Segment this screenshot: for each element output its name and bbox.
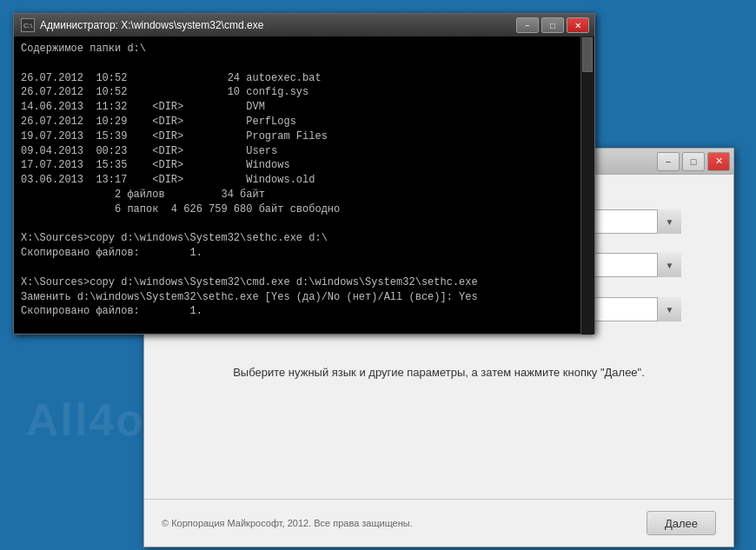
cmd-titlebar: C:\ Администратор: X:\windows\system32\c…: [14, 14, 594, 36]
cmd-title: Администратор: X:\windows\system32\cmd.e…: [40, 19, 263, 31]
setup-minimize-button[interactable]: −: [657, 152, 680, 171]
cmd-titlebar-left: C:\ Администратор: X:\windows\system32\c…: [21, 18, 516, 32]
cmd-scroll-track: [581, 37, 594, 335]
next-button[interactable]: Далее: [647, 511, 716, 535]
cmd-minimize-button[interactable]: −: [516, 17, 539, 33]
setup-footer: © Корпорация Майкрософт, 2012. Все права…: [144, 499, 733, 547]
cmd-maximize-button[interactable]: □: [541, 17, 564, 33]
copyright-text: © Корпорация Майкрософт, 2012. Все права…: [162, 518, 413, 528]
setup-instruction: Выберите нужный язык и другие параметры,…: [196, 366, 681, 379]
cmd-content: Содержимое папки d:\ 26.07.2012 10:52 24…: [14, 36, 594, 334]
cmd-close-button[interactable]: ✕: [567, 17, 589, 33]
cmd-scrollbar[interactable]: [580, 36, 594, 334]
cmd-scroll-thumb[interactable]: [582, 37, 593, 72]
setup-maximize-button[interactable]: □: [682, 152, 705, 171]
cmd-icon: C:\: [21, 18, 35, 32]
cmd-buttons: − □ ✕: [516, 17, 589, 33]
setup-close-button[interactable]: ✕: [707, 152, 730, 171]
cmd-window: C:\ Администратор: X:\windows\system32\c…: [13, 13, 595, 335]
